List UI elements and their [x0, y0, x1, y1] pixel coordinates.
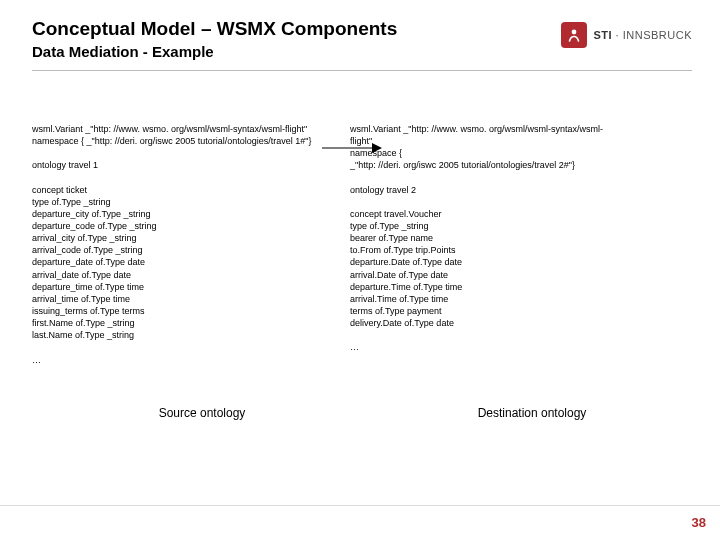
destination-ontology-code: wsml.Variant _"http: //www. wsmo. org/ws…	[350, 111, 692, 366]
left-ontology: ontology travel 1	[32, 160, 98, 170]
slide: Conceptual Model – WSMX Components Data …	[0, 0, 720, 540]
right-concept-head: concept travel.Voucher	[350, 209, 442, 219]
left-concept-head: concept ticket	[32, 185, 87, 195]
ontology-labels: Source ontology Destination ontology	[32, 406, 692, 420]
header-row: Conceptual Model – WSMX Components Data …	[32, 18, 692, 60]
source-ontology-code: wsml.Variant _"http: //www. wsmo. org/ws…	[32, 111, 332, 366]
left-namespace: namespace { _"http: //deri. org/iswc 200…	[32, 136, 312, 146]
content-columns: wsml.Variant _"http: //www. wsmo. org/ws…	[32, 111, 692, 366]
left-concept-body: type of.Type _string departure_city of.T…	[32, 197, 157, 341]
right-namespace: namespace { _"http: //deri. org/iswc 200…	[350, 148, 575, 170]
logo-rest: · INNSBRUCK	[612, 29, 692, 41]
title-block: Conceptual Model – WSMX Components Data …	[32, 18, 561, 60]
page-number: 38	[692, 515, 706, 530]
left-variant: wsml.Variant _"http: //www. wsmo. org/ws…	[32, 124, 307, 134]
slide-subtitle: Data Mediation - Example	[32, 43, 561, 60]
right-ellipsis: …	[350, 342, 359, 352]
right-concept-body: type of.Type _string bearer of.Type name…	[350, 221, 462, 328]
svg-point-0	[572, 30, 577, 35]
right-variant: wsml.Variant _"http: //www. wsmo. org/ws…	[350, 124, 603, 146]
source-label: Source ontology	[32, 406, 372, 420]
destination-label: Destination ontology	[372, 406, 692, 420]
slide-title: Conceptual Model – WSMX Components	[32, 18, 561, 41]
right-ontology: ontology travel 2	[350, 185, 416, 195]
header-divider	[32, 70, 692, 71]
footer-divider	[0, 505, 720, 506]
arrow-icon	[322, 141, 382, 155]
logo-text: STI · INNSBRUCK	[593, 29, 692, 41]
svg-marker-2	[372, 143, 382, 153]
left-ellipsis: …	[32, 355, 41, 365]
person-icon	[565, 26, 583, 44]
logo-bold: STI	[593, 29, 612, 41]
logo: STI · INNSBRUCK	[561, 22, 692, 48]
logo-badge-icon	[561, 22, 587, 48]
